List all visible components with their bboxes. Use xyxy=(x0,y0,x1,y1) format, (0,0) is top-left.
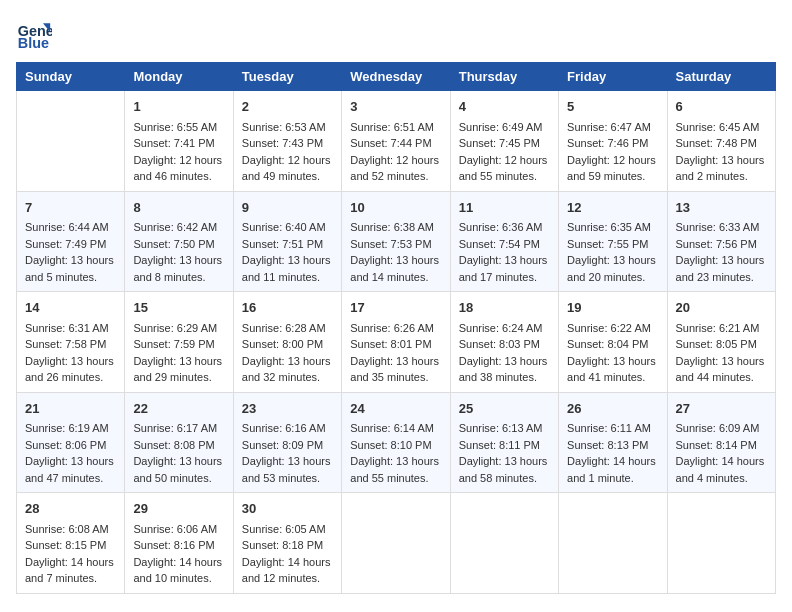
cell-content: Sunrise: 6:55 AMSunset: 7:41 PMDaylight:… xyxy=(133,119,224,185)
cell-content: Sunrise: 6:24 AMSunset: 8:03 PMDaylight:… xyxy=(459,320,550,386)
calendar-cell xyxy=(342,493,450,594)
cell-content: Sunrise: 6:28 AMSunset: 8:00 PMDaylight:… xyxy=(242,320,333,386)
header-cell-friday: Friday xyxy=(559,63,667,91)
header-row: SundayMondayTuesdayWednesdayThursdayFrid… xyxy=(17,63,776,91)
calendar-cell: 24Sunrise: 6:14 AMSunset: 8:10 PMDayligh… xyxy=(342,392,450,493)
day-number: 28 xyxy=(25,499,116,519)
day-number: 9 xyxy=(242,198,333,218)
cell-content: Sunrise: 6:26 AMSunset: 8:01 PMDaylight:… xyxy=(350,320,441,386)
cell-content: Sunrise: 6:09 AMSunset: 8:14 PMDaylight:… xyxy=(676,420,767,486)
day-number: 11 xyxy=(459,198,550,218)
cell-content: Sunrise: 6:21 AMSunset: 8:05 PMDaylight:… xyxy=(676,320,767,386)
day-number: 8 xyxy=(133,198,224,218)
cell-content: Sunrise: 6:22 AMSunset: 8:04 PMDaylight:… xyxy=(567,320,658,386)
calendar-cell: 8Sunrise: 6:42 AMSunset: 7:50 PMDaylight… xyxy=(125,191,233,292)
day-number: 1 xyxy=(133,97,224,117)
calendar-cell: 25Sunrise: 6:13 AMSunset: 8:11 PMDayligh… xyxy=(450,392,558,493)
day-number: 25 xyxy=(459,399,550,419)
day-number: 24 xyxy=(350,399,441,419)
day-number: 6 xyxy=(676,97,767,117)
day-number: 7 xyxy=(25,198,116,218)
day-number: 2 xyxy=(242,97,333,117)
day-number: 14 xyxy=(25,298,116,318)
day-number: 4 xyxy=(459,97,550,117)
calendar-cell: 11Sunrise: 6:36 AMSunset: 7:54 PMDayligh… xyxy=(450,191,558,292)
cell-content: Sunrise: 6:40 AMSunset: 7:51 PMDaylight:… xyxy=(242,219,333,285)
header-cell-saturday: Saturday xyxy=(667,63,775,91)
calendar-cell: 13Sunrise: 6:33 AMSunset: 7:56 PMDayligh… xyxy=(667,191,775,292)
calendar-cell: 28Sunrise: 6:08 AMSunset: 8:15 PMDayligh… xyxy=(17,493,125,594)
calendar-body: 1Sunrise: 6:55 AMSunset: 7:41 PMDaylight… xyxy=(17,91,776,594)
calendar-cell: 15Sunrise: 6:29 AMSunset: 7:59 PMDayligh… xyxy=(125,292,233,393)
day-number: 3 xyxy=(350,97,441,117)
svg-text:Blue: Blue xyxy=(18,35,49,51)
calendar-cell: 7Sunrise: 6:44 AMSunset: 7:49 PMDaylight… xyxy=(17,191,125,292)
week-row-4: 21Sunrise: 6:19 AMSunset: 8:06 PMDayligh… xyxy=(17,392,776,493)
day-number: 30 xyxy=(242,499,333,519)
calendar-cell xyxy=(667,493,775,594)
week-row-1: 1Sunrise: 6:55 AMSunset: 7:41 PMDaylight… xyxy=(17,91,776,192)
day-number: 21 xyxy=(25,399,116,419)
calendar-cell: 29Sunrise: 6:06 AMSunset: 8:16 PMDayligh… xyxy=(125,493,233,594)
cell-content: Sunrise: 6:06 AMSunset: 8:16 PMDaylight:… xyxy=(133,521,224,587)
day-number: 12 xyxy=(567,198,658,218)
cell-content: Sunrise: 6:35 AMSunset: 7:55 PMDaylight:… xyxy=(567,219,658,285)
calendar-cell: 1Sunrise: 6:55 AMSunset: 7:41 PMDaylight… xyxy=(125,91,233,192)
day-number: 15 xyxy=(133,298,224,318)
week-row-3: 14Sunrise: 6:31 AMSunset: 7:58 PMDayligh… xyxy=(17,292,776,393)
calendar-cell xyxy=(450,493,558,594)
day-number: 19 xyxy=(567,298,658,318)
cell-content: Sunrise: 6:31 AMSunset: 7:58 PMDaylight:… xyxy=(25,320,116,386)
cell-content: Sunrise: 6:11 AMSunset: 8:13 PMDaylight:… xyxy=(567,420,658,486)
cell-content: Sunrise: 6:29 AMSunset: 7:59 PMDaylight:… xyxy=(133,320,224,386)
cell-content: Sunrise: 6:51 AMSunset: 7:44 PMDaylight:… xyxy=(350,119,441,185)
day-number: 13 xyxy=(676,198,767,218)
cell-content: Sunrise: 6:16 AMSunset: 8:09 PMDaylight:… xyxy=(242,420,333,486)
calendar-header: SundayMondayTuesdayWednesdayThursdayFrid… xyxy=(17,63,776,91)
calendar-cell: 23Sunrise: 6:16 AMSunset: 8:09 PMDayligh… xyxy=(233,392,341,493)
calendar-cell: 17Sunrise: 6:26 AMSunset: 8:01 PMDayligh… xyxy=(342,292,450,393)
calendar-cell: 26Sunrise: 6:11 AMSunset: 8:13 PMDayligh… xyxy=(559,392,667,493)
calendar-cell xyxy=(559,493,667,594)
cell-content: Sunrise: 6:44 AMSunset: 7:49 PMDaylight:… xyxy=(25,219,116,285)
header-cell-monday: Monday xyxy=(125,63,233,91)
calendar-cell xyxy=(17,91,125,192)
calendar-cell: 18Sunrise: 6:24 AMSunset: 8:03 PMDayligh… xyxy=(450,292,558,393)
week-row-2: 7Sunrise: 6:44 AMSunset: 7:49 PMDaylight… xyxy=(17,191,776,292)
calendar-cell: 3Sunrise: 6:51 AMSunset: 7:44 PMDaylight… xyxy=(342,91,450,192)
calendar-cell: 5Sunrise: 6:47 AMSunset: 7:46 PMDaylight… xyxy=(559,91,667,192)
calendar-cell: 6Sunrise: 6:45 AMSunset: 7:48 PMDaylight… xyxy=(667,91,775,192)
calendar-cell: 2Sunrise: 6:53 AMSunset: 7:43 PMDaylight… xyxy=(233,91,341,192)
day-number: 5 xyxy=(567,97,658,117)
logo: General Blue xyxy=(16,16,56,52)
day-number: 18 xyxy=(459,298,550,318)
day-number: 16 xyxy=(242,298,333,318)
calendar-cell: 9Sunrise: 6:40 AMSunset: 7:51 PMDaylight… xyxy=(233,191,341,292)
cell-content: Sunrise: 6:38 AMSunset: 7:53 PMDaylight:… xyxy=(350,219,441,285)
calendar-cell: 27Sunrise: 6:09 AMSunset: 8:14 PMDayligh… xyxy=(667,392,775,493)
calendar-cell: 16Sunrise: 6:28 AMSunset: 8:00 PMDayligh… xyxy=(233,292,341,393)
logo-icon: General Blue xyxy=(16,16,52,52)
cell-content: Sunrise: 6:42 AMSunset: 7:50 PMDaylight:… xyxy=(133,219,224,285)
cell-content: Sunrise: 6:13 AMSunset: 8:11 PMDaylight:… xyxy=(459,420,550,486)
week-row-5: 28Sunrise: 6:08 AMSunset: 8:15 PMDayligh… xyxy=(17,493,776,594)
day-number: 23 xyxy=(242,399,333,419)
cell-content: Sunrise: 6:17 AMSunset: 8:08 PMDaylight:… xyxy=(133,420,224,486)
cell-content: Sunrise: 6:14 AMSunset: 8:10 PMDaylight:… xyxy=(350,420,441,486)
calendar-cell: 21Sunrise: 6:19 AMSunset: 8:06 PMDayligh… xyxy=(17,392,125,493)
header-cell-sunday: Sunday xyxy=(17,63,125,91)
header: General Blue xyxy=(16,16,776,52)
calendar-cell: 20Sunrise: 6:21 AMSunset: 8:05 PMDayligh… xyxy=(667,292,775,393)
day-number: 29 xyxy=(133,499,224,519)
day-number: 10 xyxy=(350,198,441,218)
day-number: 22 xyxy=(133,399,224,419)
calendar-cell: 14Sunrise: 6:31 AMSunset: 7:58 PMDayligh… xyxy=(17,292,125,393)
header-cell-tuesday: Tuesday xyxy=(233,63,341,91)
calendar-cell: 10Sunrise: 6:38 AMSunset: 7:53 PMDayligh… xyxy=(342,191,450,292)
header-cell-thursday: Thursday xyxy=(450,63,558,91)
cell-content: Sunrise: 6:19 AMSunset: 8:06 PMDaylight:… xyxy=(25,420,116,486)
calendar-cell: 30Sunrise: 6:05 AMSunset: 8:18 PMDayligh… xyxy=(233,493,341,594)
cell-content: Sunrise: 6:05 AMSunset: 8:18 PMDaylight:… xyxy=(242,521,333,587)
cell-content: Sunrise: 6:33 AMSunset: 7:56 PMDaylight:… xyxy=(676,219,767,285)
day-number: 27 xyxy=(676,399,767,419)
